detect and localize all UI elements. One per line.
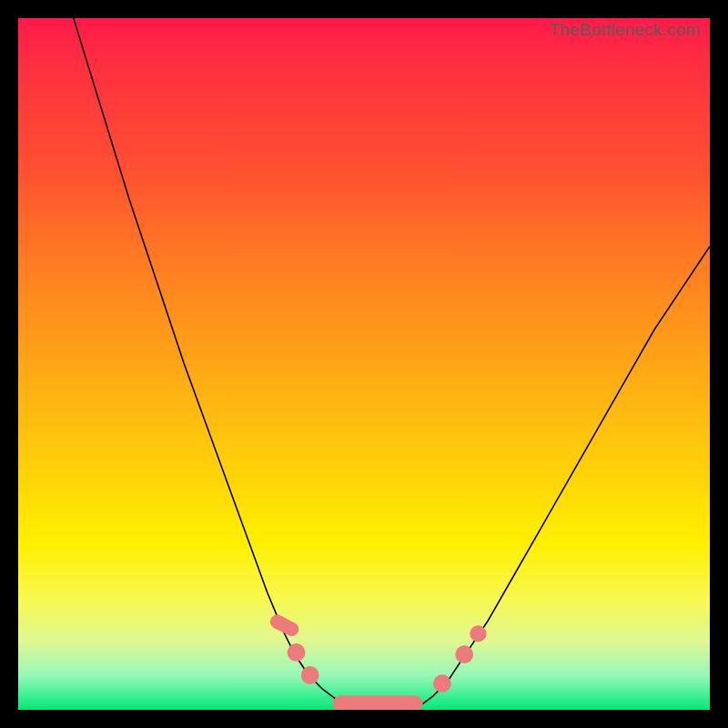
series-group <box>74 18 710 706</box>
plot-area: TheBottleneck.com <box>18 18 710 710</box>
marker-circle-6 <box>470 625 486 642</box>
chart-frame: TheBottleneck.com <box>0 0 728 728</box>
series-right-branch <box>420 247 710 706</box>
marker-circle-1 <box>288 643 306 662</box>
marker-pill-3 <box>333 695 423 710</box>
series-left-branch <box>74 18 350 706</box>
marker-circle-5 <box>455 645 473 663</box>
marker-circle-2 <box>301 666 319 684</box>
marker-circle-4 <box>433 674 451 693</box>
markers-group <box>268 612 486 710</box>
curve-layer <box>18 18 710 710</box>
